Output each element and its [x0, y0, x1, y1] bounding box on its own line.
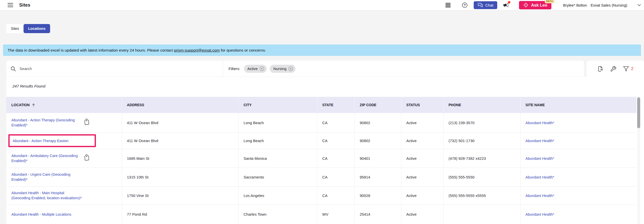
city-cell: Los Angeles [238, 186, 317, 205]
beta-badge: BETA [545, 0, 555, 3]
column-header[interactable]: CITY [238, 97, 317, 113]
site-name-link[interactable]: Abundant Health* [526, 175, 554, 179]
phone-cell: (478) 928-7382 x4223 [443, 149, 520, 168]
filter-chip-active[interactable]: Active [244, 65, 267, 73]
site-name-cell: Abundant Health* [520, 168, 636, 186]
remove-filter-icon[interactable] [288, 66, 294, 72]
state-cell: WV [317, 205, 355, 224]
profile-menu-button[interactable] [637, 3, 641, 7]
location-link[interactable]: Abundant Health - Main Hospital (Geocodi… [11, 190, 82, 200]
city-cell: Long Beach [238, 132, 317, 149]
table-actions-panel: 2 [587, 61, 644, 77]
site-name-link[interactable]: Abundant Health* [526, 194, 554, 198]
location-cell: Abundant - Ambulatory Care (Geocoding En… [6, 149, 122, 168]
banner-text-before: The data in downloaded excel is updated … [8, 48, 174, 52]
location-link[interactable]: Abundant - Ambulatory Care (Geocoding En… [11, 153, 82, 163]
state-cell: CA [317, 186, 355, 205]
filters-area: Filters: Active Nursing [223, 61, 584, 77]
page-title: Sites [19, 3, 30, 8]
table-body: Abundant - Action Therapy (Geocoding Ena… [6, 113, 636, 224]
search-filter-panel: Filters: Active Nursing [6, 61, 584, 77]
chat-button-label: Chat [485, 3, 493, 7]
scrollbar-thumb[interactable] [637, 97, 640, 128]
export-button[interactable] [597, 66, 604, 72]
filter-button[interactable] [623, 66, 629, 72]
column-header-label: ZIP CODE [360, 103, 377, 107]
location-link[interactable]: Abundant - Action Therapy Easton [13, 138, 69, 143]
status-cell: Active [401, 205, 443, 224]
table-row: Abundant - Action Therapy Easton 411 W O… [6, 132, 636, 149]
top-bar: Sites ? Chat [0, 0, 644, 10]
column-header-label: PHONE [449, 103, 461, 107]
location-link[interactable]: Abundant - Urgent Care (Geocoding Enable… [11, 172, 82, 182]
site-name-link[interactable]: Abundant Health* [526, 121, 554, 125]
leo-logo-icon [523, 2, 529, 8]
hamburger-menu-button[interactable] [8, 3, 13, 7]
column-header-label: STATE [322, 103, 334, 107]
announcements-button[interactable] [503, 2, 509, 8]
address-cell: 1750 Vine St [122, 186, 238, 205]
site-name-cell: Abundant Health* [520, 149, 636, 168]
table-header-row: LOCATION ADDRESS CITY STATE ZIP [6, 97, 636, 113]
hamburger-icon [8, 3, 13, 7]
column-header-label: LOCATION [11, 103, 30, 107]
location-cell: Abundant - Action Therapy (Geocoding Ena… [6, 113, 122, 132]
site-name-link[interactable]: Abundant Health* [526, 156, 554, 161]
location-highlight-annotation: Abundant - Action Therapy (Geocoding Ena… [11, 118, 82, 128]
search-input[interactable] [19, 66, 197, 71]
table-row: Abundant Health - Main Hospital (Geocodi… [6, 186, 636, 205]
locations-table: LOCATION ADDRESS CITY STATE ZIP [6, 97, 636, 224]
location-highlight-annotation: Abundant Health - Multiple Locations [11, 212, 71, 217]
tab-locations[interactable]: Locations [24, 24, 50, 33]
filter-chips: Active Nursing [244, 65, 296, 73]
settings-button[interactable] [610, 66, 616, 72]
phone-cell [443, 205, 520, 224]
column-header[interactable]: ZIP CODE [355, 97, 401, 113]
column-header-label: CITY [244, 103, 252, 107]
column-header[interactable]: STATE [317, 97, 355, 113]
location-highlight-annotation: Abundant - Action Therapy Easton [8, 134, 96, 147]
sort-ascending-icon [31, 103, 36, 107]
column-header[interactable]: PHONE [443, 97, 520, 113]
address-cell: 1685 Main St [122, 149, 238, 168]
filter-chip-nursing[interactable]: Nursing [270, 65, 296, 73]
tab-sites[interactable]: Sites [6, 24, 24, 33]
phone-cell: (555) 555-5555 x5555 [443, 186, 520, 205]
results-summary: 247 Results Found [6, 77, 644, 97]
city-cell: Charles Town [238, 205, 317, 224]
chat-button[interactable]: Chat [474, 1, 497, 9]
results-card: 247 Results Found LOCATION ADDRESS CITY [6, 77, 644, 224]
filter-chip-label: Active [247, 66, 258, 71]
address-cell: 411 W Ocean Blvd [122, 113, 238, 132]
zip-cell: 95814 [355, 168, 401, 186]
column-header[interactable]: LOCATION [6, 97, 122, 113]
support-email-link[interactable]: prism-support@exxat.com [174, 48, 220, 52]
filters-label: Filters: [228, 66, 240, 71]
remove-filter-icon[interactable] [259, 66, 265, 72]
active-filter-count: 2 [631, 66, 633, 71]
location-cell: Abundant Health - Main Hospital (Geocodi… [6, 186, 122, 205]
phone-cell: (213) 239-3570 [443, 113, 520, 132]
site-name-cell: Abundant Health* [520, 205, 636, 224]
chat-icon [477, 2, 483, 8]
vertical-scrollbar[interactable] [637, 97, 640, 224]
site-name-link[interactable]: Abundant Health* [526, 212, 554, 216]
column-header-label: SITE NAME [526, 103, 545, 107]
location-link[interactable]: Abundant Health - Multiple Locations [11, 212, 71, 217]
column-header[interactable]: SITE NAME [520, 97, 636, 113]
ask-leo-button[interactable]: Ask Leo BETA [519, 1, 551, 9]
location-cell: Abundant Health - Multiple Locations [6, 205, 122, 224]
site-name-link[interactable]: Abundant Health* [526, 139, 554, 143]
help-button[interactable]: ? [462, 2, 468, 8]
status-cell: Active [401, 168, 443, 186]
state-cell: CA [317, 168, 355, 186]
city-cell: Long Beach [238, 113, 317, 132]
column-header[interactable]: ADDRESS [122, 97, 238, 113]
location-link[interactable]: Abundant - Action Therapy (Geocoding Ena… [11, 118, 82, 128]
column-header-label: STATUS [406, 103, 420, 107]
status-cell: Active [401, 149, 443, 168]
apps-grid-icon [445, 3, 451, 8]
apps-grid-button[interactable] [445, 3, 451, 8]
city-cell: Santa Monica [238, 149, 317, 168]
column-header[interactable]: STATUS [401, 97, 443, 113]
